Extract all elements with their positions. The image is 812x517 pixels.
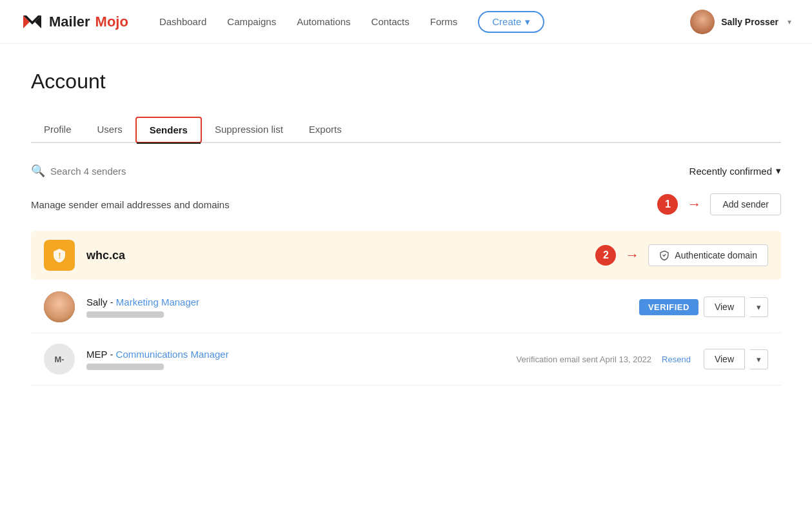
nav-dashboard[interactable]: Dashboard bbox=[159, 16, 206, 27]
page-title: Account bbox=[31, 70, 781, 93]
step-1-circle: 1 bbox=[657, 194, 678, 215]
nav-forms[interactable]: Forms bbox=[430, 16, 458, 27]
add-sender-button[interactable]: Add sender bbox=[710, 193, 781, 215]
logo-icon bbox=[21, 10, 44, 34]
nav-automations[interactable]: Automations bbox=[297, 16, 350, 27]
view-button-mep[interactable]: View bbox=[704, 349, 745, 369]
search-input[interactable] bbox=[50, 166, 192, 177]
sender-role-sally: Marketing Manager bbox=[116, 297, 199, 307]
create-button[interactable]: Create ▾ bbox=[478, 11, 544, 33]
shield-exclamation-icon: ! bbox=[52, 248, 67, 263]
verified-badge-sally: VERIFIED bbox=[639, 299, 698, 315]
tab-senders[interactable]: Senders bbox=[135, 117, 202, 143]
sender-email-blur-mep bbox=[86, 364, 164, 370]
search-wrap: 🔍 bbox=[31, 164, 192, 178]
filter-chevron-icon: ▾ bbox=[776, 165, 781, 177]
verification-text-mep: Verification email sent April 13, 2022 bbox=[517, 355, 652, 364]
manage-bar: Manage sender email addresses and domain… bbox=[31, 193, 781, 215]
sender-info-sally: Sally - Marketing Manager bbox=[86, 297, 639, 318]
user-avatar bbox=[690, 10, 715, 34]
user-chevron-icon: ▾ bbox=[787, 17, 791, 26]
sender-actions-mep: Verification email sent April 13, 2022 R… bbox=[517, 349, 768, 369]
domain-name: whc.ca bbox=[86, 249, 595, 262]
sender-email-blur-sally bbox=[86, 311, 164, 318]
domain-actions: 2 → Authenticate domain bbox=[595, 244, 768, 266]
tab-suppression[interactable]: Suppression list bbox=[202, 117, 296, 141]
sender-first-name-sally: Sally bbox=[86, 297, 108, 307]
tab-exports[interactable]: Exports bbox=[296, 117, 355, 141]
sender-name-mep: MEP - Communications Manager bbox=[86, 349, 517, 360]
domain-icon: ! bbox=[44, 240, 75, 271]
nav-campaigns[interactable]: Campaigns bbox=[227, 16, 276, 27]
user-name: Sally Prosser bbox=[721, 17, 778, 27]
search-filter-bar: 🔍 Recently confirmed ▾ bbox=[31, 164, 781, 178]
sender-avatar-mep: M- bbox=[44, 344, 75, 375]
search-icon: 🔍 bbox=[31, 164, 45, 178]
sender-role-mep: Communications Manager bbox=[116, 349, 229, 360]
domain-row: ! whc.ca 2 → Authenticate domain bbox=[31, 231, 781, 280]
tab-profile[interactable]: Profile bbox=[31, 117, 84, 141]
filter-label: Recently confirmed bbox=[689, 166, 772, 177]
tabs-bar: Profile Users Senders Suppression list E… bbox=[31, 117, 781, 143]
dropdown-button-mep[interactable]: ▾ bbox=[750, 349, 768, 369]
main-nav: Dashboard Campaigns Automations Contacts… bbox=[159, 11, 690, 33]
logo-text-mojo: Mojo bbox=[95, 14, 128, 30]
tab-users[interactable]: Users bbox=[84, 117, 135, 141]
header: MailerMojo Dashboard Campaigns Automatio… bbox=[0, 0, 812, 44]
view-button-sally[interactable]: View bbox=[704, 297, 745, 317]
manage-description: Manage sender email addresses and domain… bbox=[31, 199, 230, 210]
logo-text-mailer: Mailer bbox=[49, 14, 90, 30]
user-area[interactable]: Sally Prosser ▾ bbox=[690, 10, 791, 34]
dropdown-button-sally[interactable]: ▾ bbox=[750, 297, 768, 317]
manage-right: 1 → Add sender bbox=[657, 193, 781, 215]
nav-contacts[interactable]: Contacts bbox=[371, 16, 410, 27]
separator-mep: - bbox=[107, 349, 115, 360]
sender-info-mep: MEP - Communications Manager bbox=[86, 349, 517, 370]
logo[interactable]: MailerMojo bbox=[21, 10, 128, 34]
authenticate-domain-button[interactable]: Authenticate domain bbox=[648, 244, 768, 266]
shield-check-icon bbox=[659, 250, 669, 260]
create-label: Create bbox=[492, 16, 521, 27]
chevron-down-icon: ▾ bbox=[525, 16, 530, 28]
step-2-arrow-icon: → bbox=[625, 247, 639, 264]
user-info: Sally Prosser bbox=[721, 17, 778, 27]
authenticate-domain-label: Authenticate domain bbox=[675, 250, 757, 260]
sender-first-name-mep: MEP bbox=[86, 349, 107, 360]
step-1-arrow-icon: → bbox=[687, 196, 701, 213]
sender-row-sally: Sally - Marketing Manager VERIFIED View … bbox=[31, 281, 781, 333]
filter-wrap[interactable]: Recently confirmed ▾ bbox=[689, 165, 781, 177]
page-content: Account Profile Users Senders Suppressio… bbox=[0, 44, 812, 411]
resend-link-mep[interactable]: Resend bbox=[662, 355, 691, 364]
sender-name-sally: Sally - Marketing Manager bbox=[86, 297, 639, 307]
sender-row-mep: M- MEP - Communications Manager Verifica… bbox=[31, 333, 781, 385]
sender-actions-sally: VERIFIED View ▾ bbox=[639, 297, 768, 317]
separator-sally: - bbox=[108, 297, 116, 307]
sender-avatar-sally bbox=[44, 291, 75, 322]
step-2-circle: 2 bbox=[595, 245, 616, 266]
svg-text:!: ! bbox=[59, 251, 61, 260]
